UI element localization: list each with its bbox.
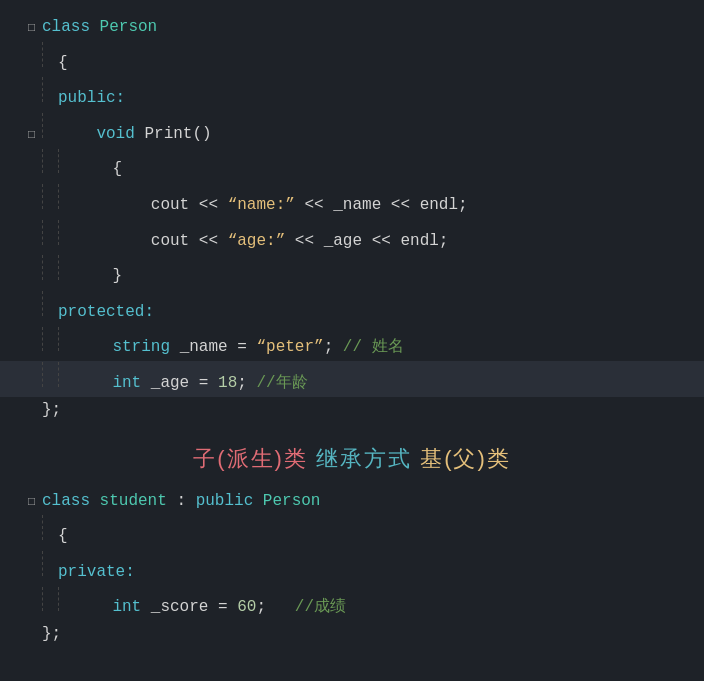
ig2	[58, 362, 74, 387]
line-string-name: string _name = “peter” ; // 姓名	[0, 326, 704, 362]
fold-icon-print[interactable]: □	[28, 126, 42, 145]
indent-guide2	[58, 149, 74, 174]
spaces	[58, 122, 96, 147]
spaces	[74, 335, 112, 360]
kw-void: void	[96, 122, 144, 147]
cout2: cout <<	[151, 229, 228, 254]
kw-class2: class	[42, 489, 100, 514]
ann-jifang: 基(父)类	[420, 446, 511, 471]
ig1	[42, 184, 58, 209]
fold-icon-student[interactable]: □	[28, 493, 42, 512]
colon-space: :	[167, 489, 196, 514]
kw-protected: protected	[58, 300, 144, 325]
indent-guide	[42, 42, 58, 67]
semi-spaces: ;	[256, 595, 294, 620]
ig2	[58, 220, 74, 245]
line-cout-name: cout << “name:” << _name << endl;	[0, 183, 704, 219]
var-name: _name =	[180, 335, 257, 360]
str-name: “name:”	[228, 193, 295, 218]
indent-guide	[42, 77, 58, 102]
brace-open: {	[58, 51, 68, 76]
base-class-name: Person	[263, 489, 321, 514]
line-fn-brace-open: {	[0, 148, 704, 184]
line-public: public:	[0, 76, 704, 112]
str-peter: “peter”	[256, 335, 323, 360]
ann-jicheng: 继承方式	[316, 446, 420, 471]
indent-guide	[42, 149, 58, 174]
ig	[42, 551, 58, 576]
class-name-student: student	[100, 489, 167, 514]
class-name-person: Person	[100, 15, 158, 40]
line-int-score: int _score = 60 ; //成绩	[0, 586, 704, 622]
line-int-age: int _age = 18 ; //年龄	[0, 361, 704, 397]
ig1	[42, 327, 58, 352]
ig2	[58, 184, 74, 209]
comment-score: //成绩	[295, 595, 346, 620]
semi: ;	[237, 371, 256, 396]
spaces	[74, 193, 151, 218]
line-class-person: □ class Person	[0, 14, 704, 41]
var-score: _score =	[151, 595, 237, 620]
line-cout-age: cout << “age:” << _age << endl;	[0, 219, 704, 255]
comment-age: //年龄	[256, 371, 307, 396]
kw-public2: public	[196, 489, 263, 514]
colon: :	[116, 86, 126, 111]
line-void-print: □ void Print()	[0, 112, 704, 148]
class-person-section: □ class Person { public: □ void Print()	[0, 8, 704, 430]
spaces	[74, 371, 112, 396]
fn-name: Print()	[144, 122, 211, 147]
line-class-close2: };	[0, 621, 704, 648]
var-age: _age =	[151, 371, 218, 396]
indent-guide	[42, 113, 58, 138]
line-open-brace: {	[0, 41, 704, 77]
kw-int2: int	[112, 595, 150, 620]
line-class-student: □ class student : public Person	[0, 488, 704, 515]
kw-int: int	[112, 371, 150, 396]
brace: {	[58, 524, 68, 549]
semi: ;	[324, 335, 343, 360]
ig1	[42, 220, 58, 245]
cout1: cout <<	[151, 193, 228, 218]
class-student-section: □ class student : public Person { privat…	[0, 482, 704, 654]
line-private: private:	[0, 550, 704, 586]
ann-zi: 子(派生)类	[193, 446, 308, 471]
line-open-brace2: {	[0, 514, 704, 550]
comment-name: // 姓名	[343, 335, 404, 360]
brace: {	[112, 157, 122, 182]
line-fn-brace-close: }	[0, 254, 704, 290]
code-viewer: □ class Person { public: □ void Print()	[0, 0, 704, 662]
ig1	[42, 255, 58, 280]
colon: :	[144, 300, 154, 325]
num-60: 60	[237, 595, 256, 620]
ig2	[58, 327, 74, 352]
brace-close: }	[112, 264, 122, 289]
ig1	[42, 291, 58, 316]
kw-private: private	[58, 560, 125, 585]
rest2: << _age << endl;	[285, 229, 448, 254]
line-protected: protected:	[0, 290, 704, 326]
annotation-section: 子(派生)类 继承方式 基(父)类	[0, 430, 704, 482]
str-age: “age:”	[228, 229, 286, 254]
colon: :	[125, 560, 135, 585]
rest1: << _name << endl;	[295, 193, 468, 218]
ig2	[58, 255, 74, 280]
ig1	[42, 362, 58, 387]
class-end: };	[42, 398, 61, 423]
class-end2: };	[42, 622, 61, 647]
spaces	[74, 264, 112, 289]
kw-class: class	[42, 15, 100, 40]
ig2	[58, 587, 74, 612]
spaces	[74, 595, 112, 620]
annotation-text: 子(派生)类 继承方式 基(父)类	[193, 446, 511, 471]
spaces	[74, 157, 112, 182]
ig1	[42, 587, 58, 612]
spaces	[74, 229, 151, 254]
kw-public: public	[58, 86, 116, 111]
fold-icon-person[interactable]: □	[28, 19, 42, 38]
line-class-close: };	[0, 397, 704, 424]
kw-string: string	[112, 335, 179, 360]
num-18: 18	[218, 371, 237, 396]
ig	[42, 515, 58, 540]
